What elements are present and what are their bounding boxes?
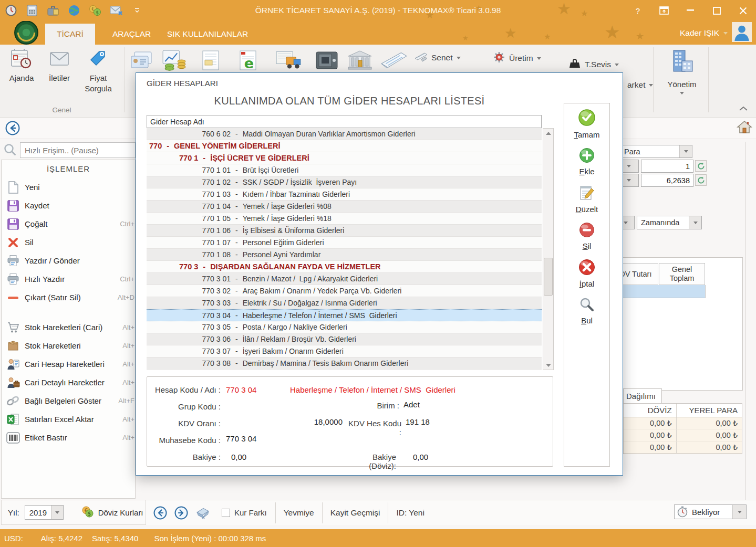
yonetim-button[interactable]: Yönetim [658,48,706,94]
kasa-safe-icon[interactable] [314,49,339,73]
iletiler-button[interactable]: İletiler [43,48,76,83]
islemler-header: İŞLEMLER [2,160,135,178]
market-dropdown[interactable]: arket [627,80,653,90]
tsevis-dropdown[interactable]: T.Sevis [568,58,619,71]
search-icon [3,143,17,159]
sidebar-item-stok-hareketleri[interactable]: Stok HareketleriAlt+ [2,336,135,355]
doviz-kurlari-button[interactable]: €$ Döviz Kurları [81,506,143,520]
quantity-field[interactable] [641,160,693,173]
list-scrollbar[interactable] [543,128,554,370]
exchange-rate-field[interactable] [641,174,693,187]
sidebar-item-satirlari-excel-aktar[interactable]: Satırları Excel AktarAlt+ [2,410,135,428]
senet-dropdown[interactable]: Senet [414,51,461,65]
ribbon-separator [125,47,125,112]
sidebar-item-etiket-bastir[interactable]: Etiket BastırAlt+ [2,428,135,447]
sidebar-item-kaydet[interactable]: Kaydet [2,196,135,215]
gider-hesap-adi-filter[interactable] [147,115,542,128]
sidebar-item-hizli-yazdir[interactable]: Hızlı YazdırCtrl+ [2,270,135,288]
checkbox-unchecked[interactable] [222,509,230,517]
tab-araclar[interactable]: ARAÇLAR [101,24,162,45]
tab-dagilimi[interactable]: Dağılımı [623,388,662,403]
sidebar-item-cikart-satir-sil[interactable]: Çıkart (Satır Sil)Alt+D [2,288,135,307]
tag-icon[interactable] [195,507,210,519]
account-row[interactable]: 770 1 04-Yemek / İaşe Giderleri %08 [147,201,542,213]
sidebar-item-stok-hareketleri-cari[interactable]: Stok Hareketleri (Cari)Alt+ [2,318,135,336]
tamam-button[interactable]: Tamam [574,109,599,139]
ajanda-button[interactable]: Ajanda [4,48,39,83]
back-button[interactable] [5,121,20,138]
minimize-button[interactable] [677,0,703,21]
account-row[interactable]: 770 3 01-Benzin / Mazot / Lpg / Akaryakı… [147,273,542,285]
account-row[interactable]: 770 1 05-Yemek / İaşe Giderleri %18 [147,213,542,225]
app-logo[interactable] [14,21,39,45]
sil-button[interactable]: Sil [579,222,595,250]
account-row[interactable]: 770 1 06-İş Elbisesi & Üniforma Giderler… [147,225,542,237]
account-row-selected[interactable]: 770 3 04-Haberleşme / Telefon / İnternet… [147,309,542,321]
calendar-clock-icon [11,48,33,71]
yevmiye-button[interactable]: Yevmiye [275,502,322,523]
duzelt-button[interactable]: Düzelt [576,184,598,214]
prev-record-button[interactable] [153,506,167,520]
sidebar-item-bagli-belgeleri-goster[interactable]: Bağlı Belgeleri GösterAlt+F [2,392,135,410]
year-select[interactable]: 2019 [25,505,64,520]
account-row[interactable]: 770 3 03-Elektrik / Su / Doğalgaz / Isın… [147,297,542,309]
search-input[interactable] [20,142,136,158]
refresh-icon[interactable] [695,160,707,172]
account-row[interactable]: 770 1 03-Kıdem / İhbar Tazminatı Giderle… [147,188,542,201]
account-row[interactable]: 770 3 08-Demirbaş / Mamina / Tesis Bakım… [147,357,542,370]
account-row[interactable]: 770 1 07-Personel Eğitim Giderleri [147,237,542,249]
pin-window-button[interactable] [651,0,677,21]
account-row[interactable]: 770 3 02-Araç Bakım / Onarım / Yedek Par… [147,285,542,297]
ribbon-collapse-button[interactable] [739,104,748,113]
cari-cards-icon[interactable] [129,49,153,73]
kayit-gecmisi-button[interactable]: Kayit Geçmişi [322,502,388,523]
maximize-button[interactable] [703,0,730,21]
cek-cheque-icon[interactable] [379,49,408,73]
next-record-button[interactable] [174,506,188,520]
para-select[interactable]: Para [620,145,692,158]
sidebar-item-sil[interactable]: Sil [2,233,135,251]
scroll-up-button[interactable] [543,129,553,138]
zamaninda-select[interactable]: Zamanında [637,216,702,229]
scrollbar-thumb[interactable] [544,258,553,296]
account-row[interactable]: 770 3 06-İlân / Reklam / Broşür Vb. Gide… [147,333,542,345]
sidebar-item-yeni[interactable]: Yeni [2,178,135,196]
user-menu[interactable]: Kader IŞIK [680,22,752,44]
account-row[interactable]: 770 1 02-SSK / SGDP / İşsizlik İşveren P… [147,176,542,188]
account-group-row[interactable]: 770 3-DIŞARDAN SAĞLANAN FAYDA VE HİZMETL… [147,261,542,273]
bul-button[interactable]: Bul [579,297,595,325]
home-icon[interactable] [737,120,752,136]
ekle-button[interactable]: Ekle [579,148,595,176]
currency-table: DÖVİZ YEREL PARA 0,00 ₺0,00 ₺ 0,00 ₺0,00… [623,403,742,454]
account-row[interactable]: 760 6 02-Maddi Olmayan Duran Varlıklar A… [147,128,542,140]
e-fatura-icon[interactable]: e [237,49,260,73]
sidebar-item-yazdir-gonder[interactable]: Yazdır / Gönder [2,251,135,270]
irsaliye-truck-icon[interactable] [275,49,304,73]
fx-col-doviz: DÖVİZ [624,404,677,417]
sidebar-item-cari-hesap-hareketleri[interactable]: Cari Hesap HareketleriAlt+ [2,355,135,373]
banka-building-icon[interactable] [347,49,373,73]
sidebar-item-cogalt[interactable]: ÇoğaltCtrl+ [2,215,135,233]
close-button[interactable] [730,0,756,21]
tab-ticari[interactable]: TİCARİ [45,24,95,45]
iptal-button[interactable]: İptal [578,259,595,288]
stok-chart-coins-icon[interactable] [162,49,187,75]
account-row[interactable]: 770 1 01-Brüt İşçi Ücretleri [147,164,542,176]
uretim-dropdown[interactable]: Üretim [493,51,541,66]
fatura-sheet-icon[interactable] [200,49,222,73]
sidebar-item-cari-detayli-hareketler[interactable]: Cari Detaylı HareketlerAlt+ [2,373,135,392]
refresh-icon[interactable] [695,174,707,186]
fiyat-sorgula-button[interactable]: Fiyat Sorgula [79,48,118,94]
avatar[interactable] [732,22,752,44]
account-row[interactable]: 770 1 08-Personel Ayni Yardımlar [147,249,542,261]
status-select[interactable]: Bekliyor [674,504,747,519]
kur-farki-toggle[interactable]: Kur Farkı [222,508,275,517]
account-group-row[interactable]: 770-GENEL YÖNETİM GİDERLERİ [147,140,542,152]
chevron-down-icon [457,57,461,59]
account-row[interactable]: 770 3 05-Posta / Kargo / Nakliye Giderle… [147,321,542,333]
tab-sik-kullanilanlar[interactable]: SIK KULLANILANLAR [156,24,260,45]
scroll-down-button[interactable] [543,361,553,370]
account-group-row[interactable]: 770 1-İŞÇİ ÜCRET VE GİDERLERİ [147,152,542,164]
account-row[interactable]: 770 3 07-İşyeri Bakım / Onarım Giderleri [147,345,542,357]
help-button[interactable]: ? [625,0,651,21]
